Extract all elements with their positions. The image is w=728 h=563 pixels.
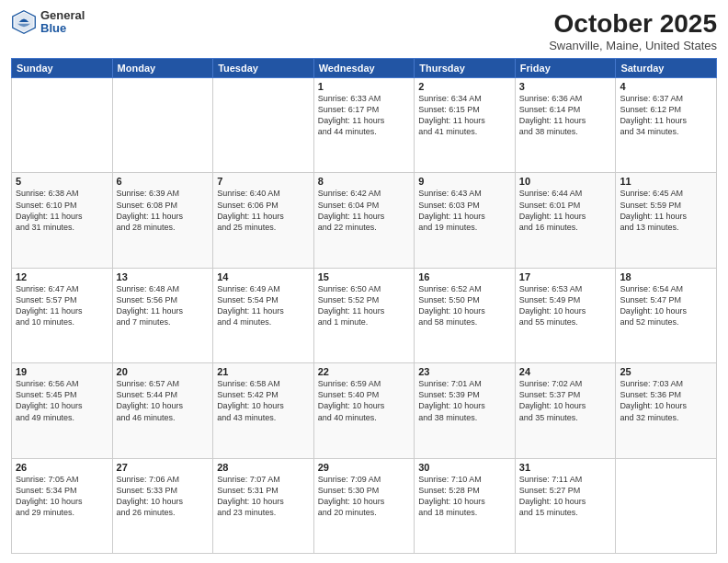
table-row: 29Sunrise: 7:09 AM Sunset: 5:30 PM Dayli… [313,458,415,553]
day-number: 15 [318,271,411,282]
col-saturday: Saturday [616,59,717,78]
table-row: 1Sunrise: 6:33 AM Sunset: 6:17 PM Daylig… [313,78,415,173]
day-number: 16 [418,271,511,282]
title-block: October 2025 Swanville, Maine, United St… [549,9,717,52]
table-row [112,78,213,173]
table-row: 22Sunrise: 6:59 AM Sunset: 5:40 PM Dayli… [313,363,415,458]
day-info: Sunrise: 7:11 AM Sunset: 5:27 PM Dayligh… [519,474,612,519]
col-sunday: Sunday [12,59,113,78]
day-info: Sunrise: 6:53 AM Sunset: 5:49 PM Dayligh… [519,283,612,328]
table-row: 4Sunrise: 6:37 AM Sunset: 6:12 PM Daylig… [616,78,717,173]
table-row: 2Sunrise: 6:34 AM Sunset: 6:15 PM Daylig… [415,78,516,173]
col-thursday: Thursday [415,59,516,78]
day-number: 8 [318,176,411,187]
table-row: 3Sunrise: 6:36 AM Sunset: 6:14 PM Daylig… [515,78,616,173]
table-row: 19Sunrise: 6:56 AM Sunset: 5:45 PM Dayli… [12,363,113,458]
table-row: 26Sunrise: 7:05 AM Sunset: 5:34 PM Dayli… [12,458,113,553]
day-number: 18 [620,271,712,282]
day-number: 4 [620,81,712,92]
table-row: 28Sunrise: 7:07 AM Sunset: 5:31 PM Dayli… [213,458,314,553]
table-row: 16Sunrise: 6:52 AM Sunset: 5:50 PM Dayli… [415,268,516,362]
day-info: Sunrise: 6:36 AM Sunset: 6:14 PM Dayligh… [519,93,612,138]
week-row-3: 12Sunrise: 6:47 AM Sunset: 5:57 PM Dayli… [12,268,717,362]
day-number: 30 [418,462,511,473]
day-info: Sunrise: 7:07 AM Sunset: 5:31 PM Dayligh… [217,474,310,519]
day-number: 21 [217,366,310,377]
col-friday: Friday [515,59,616,78]
day-number: 31 [519,462,612,473]
logo-general-text: General [40,9,85,22]
day-info: Sunrise: 6:47 AM Sunset: 5:57 PM Dayligh… [16,283,108,328]
page: General Blue October 2025 Swanville, Mai… [0,0,728,563]
day-number: 22 [318,366,411,377]
day-number: 17 [519,271,612,282]
day-number: 9 [418,176,511,187]
day-number: 28 [217,462,310,473]
day-number: 1 [318,81,411,92]
day-number: 5 [16,176,108,187]
table-row: 27Sunrise: 7:06 AM Sunset: 5:33 PM Dayli… [112,458,213,553]
week-row-1: 1Sunrise: 6:33 AM Sunset: 6:17 PM Daylig… [12,78,717,173]
day-number: 26 [16,462,108,473]
day-info: Sunrise: 6:59 AM Sunset: 5:40 PM Dayligh… [318,378,411,423]
day-info: Sunrise: 7:05 AM Sunset: 5:34 PM Dayligh… [16,474,108,519]
table-row: 18Sunrise: 6:54 AM Sunset: 5:47 PM Dayli… [616,268,717,362]
table-row: 25Sunrise: 7:03 AM Sunset: 5:36 PM Dayli… [616,363,717,458]
table-row: 5Sunrise: 6:38 AM Sunset: 6:10 PM Daylig… [12,173,113,268]
day-info: Sunrise: 6:42 AM Sunset: 6:04 PM Dayligh… [318,188,411,233]
day-number: 7 [217,176,310,187]
week-row-4: 19Sunrise: 6:56 AM Sunset: 5:45 PM Dayli… [12,363,717,458]
day-info: Sunrise: 7:01 AM Sunset: 5:39 PM Dayligh… [418,378,511,423]
day-info: Sunrise: 6:56 AM Sunset: 5:45 PM Dayligh… [16,378,108,423]
day-info: Sunrise: 7:10 AM Sunset: 5:28 PM Dayligh… [418,474,511,519]
table-row: 23Sunrise: 7:01 AM Sunset: 5:39 PM Dayli… [415,363,516,458]
table-row: 24Sunrise: 7:02 AM Sunset: 5:37 PM Dayli… [515,363,616,458]
day-number: 12 [16,271,108,282]
logo: General Blue [11,9,85,36]
day-info: Sunrise: 6:39 AM Sunset: 6:08 PM Dayligh… [117,188,210,233]
header-row: Sunday Monday Tuesday Wednesday Thursday… [12,59,717,78]
header: General Blue October 2025 Swanville, Mai… [11,9,717,52]
table-row [213,78,314,173]
table-row: 30Sunrise: 7:10 AM Sunset: 5:28 PM Dayli… [415,458,516,553]
day-number: 24 [519,366,612,377]
table-row: 10Sunrise: 6:44 AM Sunset: 6:01 PM Dayli… [515,173,616,268]
day-info: Sunrise: 6:58 AM Sunset: 5:42 PM Dayligh… [217,378,310,423]
day-info: Sunrise: 7:06 AM Sunset: 5:33 PM Dayligh… [117,474,210,519]
table-row: 31Sunrise: 7:11 AM Sunset: 5:27 PM Dayli… [515,458,616,553]
table-row [12,78,113,173]
day-number: 3 [519,81,612,92]
day-number: 19 [16,366,108,377]
logo-blue-text: Blue [40,22,85,35]
day-number: 11 [620,176,712,187]
table-row: 15Sunrise: 6:50 AM Sunset: 5:52 PM Dayli… [313,268,415,362]
col-monday: Monday [112,59,213,78]
day-info: Sunrise: 6:52 AM Sunset: 5:50 PM Dayligh… [418,283,511,328]
table-row: 14Sunrise: 6:49 AM Sunset: 5:54 PM Dayli… [213,268,314,362]
table-row: 6Sunrise: 6:39 AM Sunset: 6:08 PM Daylig… [112,173,213,268]
logo-text: General Blue [40,9,85,36]
table-row: 21Sunrise: 6:58 AM Sunset: 5:42 PM Dayli… [213,363,314,458]
day-info: Sunrise: 6:48 AM Sunset: 5:56 PM Dayligh… [117,283,210,328]
day-info: Sunrise: 6:49 AM Sunset: 5:54 PM Dayligh… [217,283,310,328]
day-info: Sunrise: 6:37 AM Sunset: 6:12 PM Dayligh… [620,93,712,138]
week-row-2: 5Sunrise: 6:38 AM Sunset: 6:10 PM Daylig… [12,173,717,268]
table-row: 20Sunrise: 6:57 AM Sunset: 5:44 PM Dayli… [112,363,213,458]
day-info: Sunrise: 7:02 AM Sunset: 5:37 PM Dayligh… [519,378,612,423]
table-row [616,458,717,553]
day-number: 29 [318,462,411,473]
day-number: 23 [418,366,511,377]
table-row: 11Sunrise: 6:45 AM Sunset: 5:59 PM Dayli… [616,173,717,268]
day-info: Sunrise: 6:40 AM Sunset: 6:06 PM Dayligh… [217,188,310,233]
calendar-title: October 2025 [549,9,717,39]
day-info: Sunrise: 6:38 AM Sunset: 6:10 PM Dayligh… [16,188,108,233]
logo-icon [11,9,37,35]
table-row: 17Sunrise: 6:53 AM Sunset: 5:49 PM Dayli… [515,268,616,362]
table-row: 7Sunrise: 6:40 AM Sunset: 6:06 PM Daylig… [213,173,314,268]
day-number: 14 [217,271,310,282]
day-number: 2 [418,81,511,92]
day-info: Sunrise: 6:34 AM Sunset: 6:15 PM Dayligh… [418,93,511,138]
col-tuesday: Tuesday [213,59,314,78]
day-number: 6 [117,176,210,187]
day-number: 27 [117,462,210,473]
